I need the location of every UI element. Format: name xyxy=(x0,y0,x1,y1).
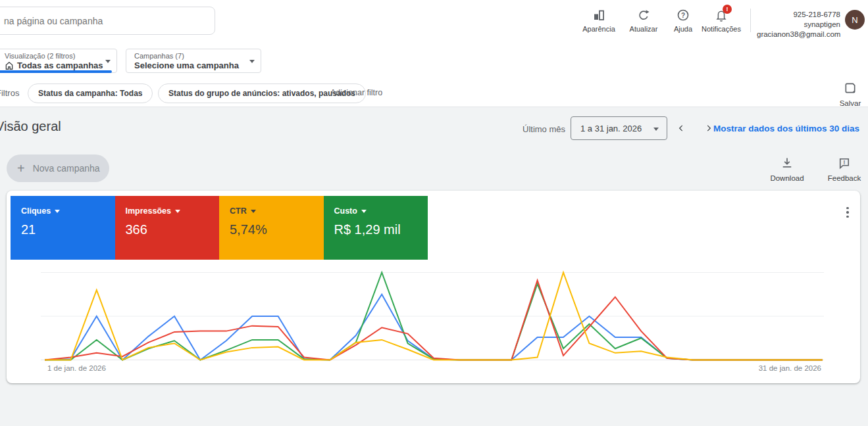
previous-period-button[interactable] xyxy=(674,121,688,135)
feedback-button[interactable]: ! Feedback xyxy=(824,156,865,182)
metric-label: Impressões xyxy=(126,206,171,216)
account-info[interactable]: 925-218-6778 synaptigen gracianon38@gmai… xyxy=(757,10,840,39)
search-box xyxy=(0,7,215,35)
refresh-icon xyxy=(623,8,665,22)
chevron-down-icon xyxy=(361,210,367,213)
metric-chip-clicks[interactable]: Cliques 21 xyxy=(11,196,115,260)
avatar[interactable]: N xyxy=(845,10,865,30)
chart-series-Cliques xyxy=(45,295,823,360)
chart-options-menu-button[interactable] xyxy=(842,205,853,220)
page-title: Visão geral xyxy=(0,119,61,134)
x-axis-start-label: 1 de jan. de 2026 xyxy=(47,364,106,372)
show-last-30-days-link[interactable]: Mostrar dados dos últimos 30 dias xyxy=(713,124,859,133)
download-button[interactable]: Download xyxy=(767,156,807,182)
date-range-dropdown[interactable]: 1 a 31 jan. 2026 xyxy=(571,116,667,140)
metric-value: 21 xyxy=(21,222,115,237)
metric-value: 366 xyxy=(126,222,220,237)
metric-label: CTR xyxy=(230,206,247,216)
filter-pill-campaign-status[interactable]: Status da campanha: Todas xyxy=(28,83,153,103)
metric-chip-ctr[interactable]: CTR 5,74% xyxy=(219,196,324,260)
notifications-label: Notificações xyxy=(695,25,748,33)
notifications-button[interactable]: ! Notificações xyxy=(695,8,748,39)
chevron-down-icon xyxy=(55,210,60,213)
download-label: Download xyxy=(767,174,807,182)
chevron-down-icon xyxy=(251,210,256,213)
account-id: 925-218-6778 synaptigen xyxy=(757,10,840,30)
chevron-down-icon xyxy=(653,128,659,131)
google-ads-overview-page: { "topbar": { "search": { "placeholder":… xyxy=(0,0,868,426)
view-selector-active-indicator xyxy=(0,70,112,73)
plus-icon: + xyxy=(17,161,25,176)
x-axis-end-label: 31 de jan. de 2026 xyxy=(759,364,821,372)
overview-chart-card: Cliques 21 Impressões 366 CTR 5,74% Cust… xyxy=(7,191,860,383)
new-campaign-button[interactable]: + Nova campanha xyxy=(7,154,109,182)
appearance-label: Aparência xyxy=(578,25,620,33)
home-icon xyxy=(5,61,14,70)
campaign-selector-dropdown[interactable]: Campanhas (7) Selecione uma campanha xyxy=(126,49,261,73)
metric-label: Custo xyxy=(334,206,357,216)
account-email: gracianon38@gmail.com xyxy=(757,30,840,39)
refresh-label: Atualizar xyxy=(623,25,665,33)
view-selector-dropdown[interactable]: Visualização (2 filtros) Todas as campan… xyxy=(0,49,117,73)
notifications-badge: ! xyxy=(723,5,732,14)
search-input[interactable] xyxy=(0,7,215,34)
chevron-down-icon xyxy=(175,210,180,213)
view-selector-value: Todas as campanhas xyxy=(17,60,103,70)
metric-value: 5,74% xyxy=(230,222,324,237)
svg-text:?: ? xyxy=(681,12,685,19)
campaign-selector-label: Campanhas (7) xyxy=(134,52,184,60)
metric-value: R$ 1,29 mil xyxy=(334,222,428,237)
metric-label: Cliques xyxy=(21,206,51,216)
view-selector-label: Visualização (2 filtros) xyxy=(5,52,75,60)
filters-title: Filtros xyxy=(0,88,19,98)
save-button[interactable]: Salvar xyxy=(836,82,864,107)
avatar-initial: N xyxy=(852,15,857,25)
save-icon xyxy=(844,85,857,97)
trend-chart-svg xyxy=(7,262,860,377)
download-icon xyxy=(780,160,794,172)
metric-chip-cost[interactable]: Custo R$ 1,29 mil xyxy=(324,196,428,260)
add-filter-button[interactable]: Adicionar filtro xyxy=(330,88,382,97)
feedback-icon: ! xyxy=(838,160,851,172)
svg-text:!: ! xyxy=(844,159,846,166)
new-campaign-label: Nova campanha xyxy=(33,163,100,174)
refresh-button[interactable]: Atualizar xyxy=(623,8,665,39)
chevron-down-icon xyxy=(105,60,111,63)
appearance-button[interactable]: Aparência xyxy=(578,8,620,39)
campaign-selector-value: Selecione uma campanha xyxy=(134,60,239,70)
topbar-divider xyxy=(750,9,751,32)
date-preset-label: Último mês xyxy=(523,124,565,134)
date-range-value: 1 a 31 jan. 2026 xyxy=(580,124,642,133)
feedback-label: Feedback xyxy=(824,174,865,182)
metric-chip-impressions[interactable]: Impressões 366 xyxy=(115,196,220,260)
chart-series-Impressões xyxy=(45,280,823,360)
filter-pill-label: Status da campanha: Todas xyxy=(38,89,142,98)
chevron-down-icon xyxy=(249,60,255,63)
appearance-chart-icon xyxy=(578,8,620,22)
notifications-bell-icon: ! xyxy=(695,8,748,22)
filter-pill-label: Status do grupo de anúncios: ativados, p… xyxy=(168,89,355,98)
